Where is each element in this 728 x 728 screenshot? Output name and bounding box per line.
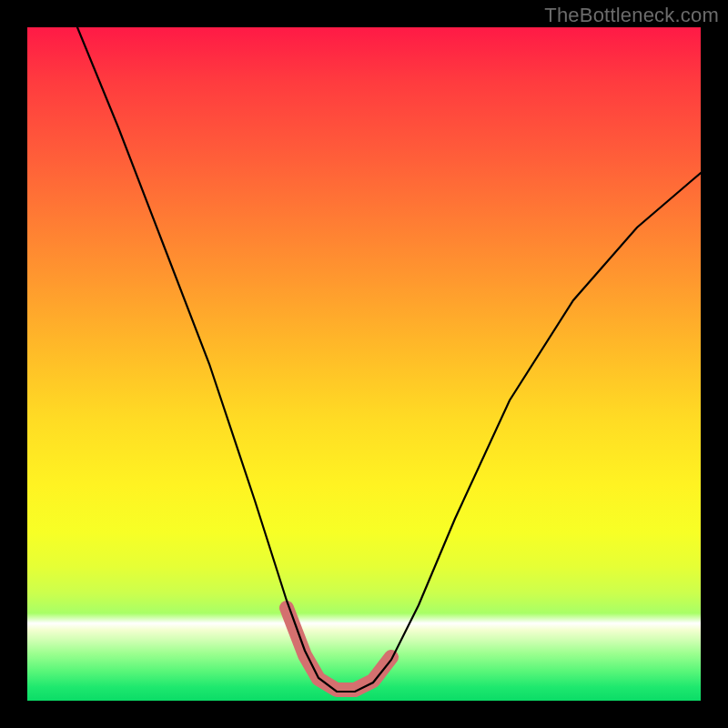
plot-area (27, 27, 701, 701)
chart-frame: TheBottleneck.com (0, 0, 728, 728)
watermark-text: TheBottleneck.com (544, 4, 719, 27)
optimal-range-highlight (287, 608, 391, 690)
curve-svg (27, 27, 701, 701)
bottleneck-curve-line (77, 27, 701, 692)
